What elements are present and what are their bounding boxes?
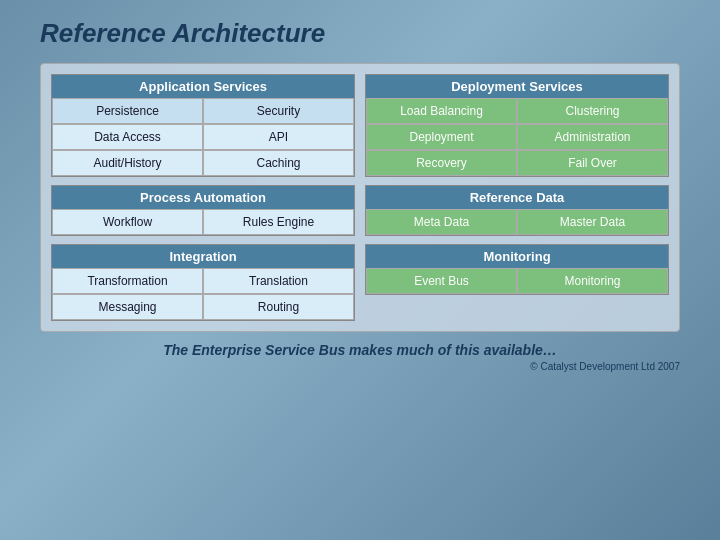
cell-event-bus: Event Bus bbox=[366, 268, 517, 294]
cell-messaging: Messaging bbox=[52, 294, 203, 320]
integration-title: Integration bbox=[52, 245, 354, 268]
cell-data-access: Data Access bbox=[52, 124, 203, 150]
monitoring-grid: Event Bus Monitoring bbox=[366, 268, 668, 294]
cell-transformation: Transformation bbox=[52, 268, 203, 294]
cell-security: Security bbox=[203, 98, 354, 124]
left-column: Application Services Persistence Securit… bbox=[51, 74, 355, 321]
cell-rules-engine: Rules Engine bbox=[203, 209, 354, 235]
cell-load-balancing: Load Balancing bbox=[366, 98, 517, 124]
page-title: Reference Architecture bbox=[40, 18, 680, 49]
main-container: Reference Architecture Application Servi… bbox=[0, 0, 720, 382]
cell-persistence: Persistence bbox=[52, 98, 203, 124]
cell-fail-over: Fail Over bbox=[517, 150, 668, 176]
reference-data-title: Reference Data bbox=[366, 186, 668, 209]
integration-grid: Transformation Translation Messaging Rou… bbox=[52, 268, 354, 320]
cell-caching: Caching bbox=[203, 150, 354, 176]
footer-text: The Enterprise Service Bus makes much of… bbox=[40, 342, 680, 358]
app-services-grid: Persistence Security Data Access API Aud… bbox=[52, 98, 354, 176]
integration-section: Integration Transformation Translation M… bbox=[51, 244, 355, 321]
architecture-grid: Application Services Persistence Securit… bbox=[40, 63, 680, 332]
app-services-section: Application Services Persistence Securit… bbox=[51, 74, 355, 177]
cell-recovery: Recovery bbox=[366, 150, 517, 176]
cell-translation: Translation bbox=[203, 268, 354, 294]
reference-data-grid: Meta Data Master Data bbox=[366, 209, 668, 235]
deployment-services-grid: Load Balancing Clustering Deployment Adm… bbox=[366, 98, 668, 176]
monitoring-title: Monitoring bbox=[366, 245, 668, 268]
cell-routing: Routing bbox=[203, 294, 354, 320]
copyright-text: © Catalyst Development Ltd 2007 bbox=[40, 361, 680, 372]
right-column: Deployment Services Load Balancing Clust… bbox=[365, 74, 669, 321]
monitoring-section: Monitoring Event Bus Monitoring bbox=[365, 244, 669, 295]
cell-master-data: Master Data bbox=[517, 209, 668, 235]
reference-data-section: Reference Data Meta Data Master Data bbox=[365, 185, 669, 236]
cell-meta-data: Meta Data bbox=[366, 209, 517, 235]
deployment-services-title: Deployment Services bbox=[366, 75, 668, 98]
deployment-services-section: Deployment Services Load Balancing Clust… bbox=[365, 74, 669, 177]
cell-audit-history: Audit/History bbox=[52, 150, 203, 176]
cell-clustering: Clustering bbox=[517, 98, 668, 124]
process-automation-grid: Workflow Rules Engine bbox=[52, 209, 354, 235]
cell-api: API bbox=[203, 124, 354, 150]
cell-administration: Administration bbox=[517, 124, 668, 150]
cell-workflow: Workflow bbox=[52, 209, 203, 235]
cell-monitoring-value: Monitoring bbox=[517, 268, 668, 294]
process-automation-section: Process Automation Workflow Rules Engine bbox=[51, 185, 355, 236]
process-automation-title: Process Automation bbox=[52, 186, 354, 209]
cell-deployment: Deployment bbox=[366, 124, 517, 150]
app-services-title: Application Services bbox=[52, 75, 354, 98]
